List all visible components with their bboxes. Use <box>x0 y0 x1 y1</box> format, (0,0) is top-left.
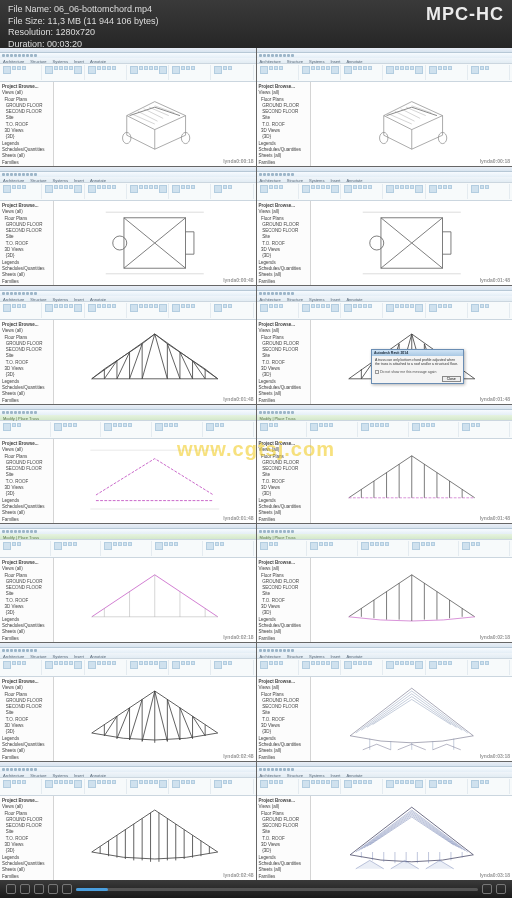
control-bar <box>0 880 512 898</box>
file-meta: File Name: 06_06-bottomchord.mp4 File Si… <box>8 4 159 44</box>
file-label: File Name: <box>8 4 52 14</box>
size-label: File Size: <box>8 16 45 26</box>
thumbnail: Modify | Place Truss Project Browse...Vi… <box>257 405 513 523</box>
stop-icon[interactable] <box>34 884 44 894</box>
thumbnail: ArchitectureStructureSystemsInsertAnnota… <box>0 643 256 761</box>
thumbnail: ArchitectureStructureSystemsInsertAnnota… <box>257 286 513 404</box>
thumbnail: Modify | Place Truss Project Browse...Vi… <box>0 405 256 523</box>
svg-point-9 <box>369 236 383 250</box>
thumbnail: ArchitectureStructureSystemsInsertAnnota… <box>0 167 256 285</box>
info-bar: File Name: 06_06-bottomchord.mp4 File Si… <box>0 0 512 48</box>
thumbnail: ArchitectureStructureSystemsInsertAnnota… <box>257 643 513 761</box>
play-icon[interactable] <box>6 884 16 894</box>
file-name: 06_06-bottomchord.mp4 <box>54 4 152 14</box>
thumbnail: ArchitectureStructureSystemsInsertAnnota… <box>257 48 513 166</box>
fullscreen-icon[interactable] <box>496 884 506 894</box>
thumbnail-grid: ArchitectureStructureSystemsInsertAnnota… <box>0 48 512 880</box>
thumbnail: ArchitectureStructureSystemsInsertAnnota… <box>257 762 513 880</box>
svg-point-5 <box>113 236 127 250</box>
thumbnail: ArchitectureStructureSystemsInsertAnnota… <box>0 48 256 166</box>
thumbnail: ArchitectureStructureSystemsInsertAnnota… <box>0 762 256 880</box>
pause-icon[interactable] <box>20 884 30 894</box>
thumbnail: ArchitectureStructureSystemsInsertAnnota… <box>257 167 513 285</box>
volume-icon[interactable] <box>482 884 492 894</box>
next-icon[interactable] <box>62 884 72 894</box>
prev-icon[interactable] <box>48 884 58 894</box>
thumbnail: Modify | Place Truss Project Browse...Vi… <box>0 524 256 642</box>
media-player: File Name: 06_06-bottomchord.mp4 File Si… <box>0 0 512 898</box>
seek-bar[interactable] <box>76 888 478 891</box>
player-brand: MPC-HC <box>426 4 504 44</box>
thumbnail: ArchitectureStructureSystemsInsertAnnota… <box>0 286 256 404</box>
res-label: Resolution: <box>8 27 53 37</box>
resolution: 1280x720 <box>56 27 96 37</box>
thumbnail: Modify | Place Truss Project Browse...Vi… <box>257 524 513 642</box>
file-size: 11,3 MB (11 944 106 bytes) <box>48 16 159 26</box>
